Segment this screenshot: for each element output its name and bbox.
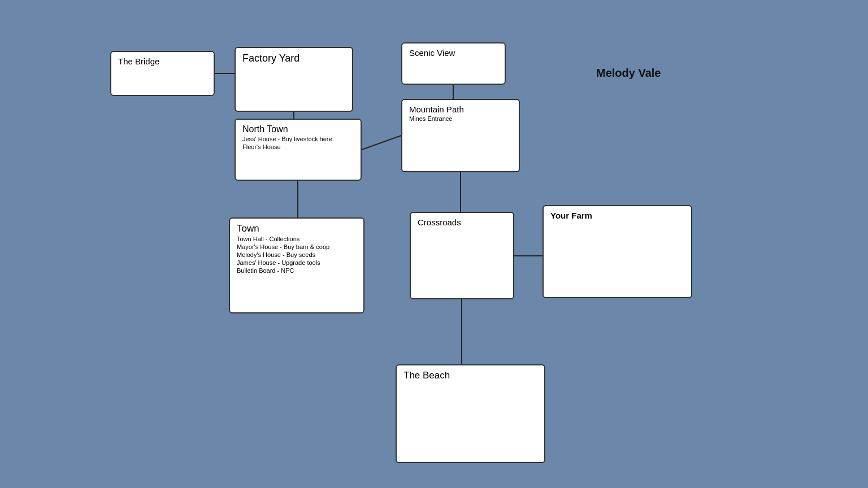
factory-yard-label: Factory Yard bbox=[242, 53, 345, 64]
town-line1: Town Hall - Collections bbox=[237, 236, 357, 242]
your-farm-label: Your Farm bbox=[550, 211, 684, 220]
town-line2: Mayor's House - Buy barn & coop bbox=[237, 243, 357, 250]
the-beach-label: The Beach bbox=[403, 370, 537, 381]
north-town-line1: Jess' House - Buy livestock here bbox=[242, 136, 354, 142]
north-town-node: North Town Jess' House - Buy livestock h… bbox=[235, 119, 362, 181]
your-farm-node: Your Farm bbox=[542, 205, 692, 298]
mountain-path-subtitle: Mines Entrance bbox=[409, 115, 512, 122]
svg-line-3 bbox=[362, 136, 401, 150]
melody-vale-label: Melody Vale bbox=[596, 67, 661, 80]
crossroads-node: Crossroads bbox=[410, 212, 514, 299]
the-bridge-node: The Bridge bbox=[110, 51, 215, 96]
factory-yard-node: Factory Yard bbox=[235, 47, 353, 112]
mountain-path-node: Mountain Path Mines Entrance bbox=[401, 99, 520, 172]
town-node: Town Town Hall - Collections Mayor's Hou… bbox=[229, 217, 364, 313]
north-town-title: North Town bbox=[242, 124, 354, 134]
town-line4: James' House - Upgrade tools bbox=[237, 259, 357, 266]
town-title: Town bbox=[237, 223, 357, 234]
town-line5: Bulletin Board - NPC bbox=[237, 267, 357, 274]
scenic-view-node: Scenic View bbox=[401, 42, 506, 85]
the-bridge-label: The Bridge bbox=[118, 56, 207, 66]
the-beach-node: The Beach bbox=[396, 364, 545, 463]
town-line3: Melody's House - Buy seeds bbox=[237, 251, 357, 258]
north-town-line2: Fleur's House bbox=[242, 143, 354, 150]
scenic-view-label: Scenic View bbox=[409, 48, 498, 58]
mountain-path-title: Mountain Path bbox=[409, 104, 512, 114]
crossroads-label: Crossroads bbox=[418, 217, 506, 227]
